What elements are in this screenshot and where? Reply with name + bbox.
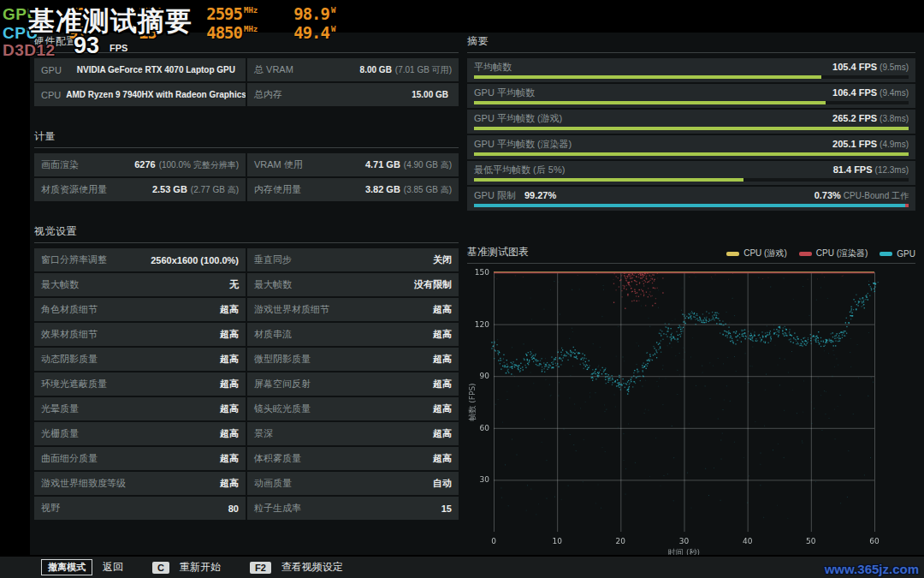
setting-value: NVIDIA GeForce RTX 4070 Laptop GPU — [77, 65, 239, 74]
summary-row-line: GPU 平均帧数 (渲染器) 205.1 FPS(4.9ms) — [474, 139, 909, 150]
watermark: www.365jz.com — [825, 562, 919, 576]
setting-value: 2.53 GB(2.77 GB 高) — [152, 184, 239, 196]
setting-value: 关闭 — [433, 253, 452, 266]
back-button[interactable]: 返回 — [103, 560, 123, 575]
setting-label: 光栅质量 — [41, 427, 79, 440]
setting-value: 3.82 GB(3.85 GB 高) — [365, 184, 452, 196]
setting-value: 超高 — [433, 353, 452, 366]
metric-row: 材质资源使用量 2.53 GB(2.77 GB 高) — [34, 178, 246, 201]
setting-value-text: 自动 — [433, 478, 452, 488]
visual-setting-row: 最大帧数 没有限制 — [247, 273, 459, 296]
visual-setting-row: 游戏世界细致度等级 超高 — [34, 472, 246, 495]
setting-label: 最大帧数 — [41, 278, 79, 291]
setting-value: 超高 — [220, 328, 239, 341]
cpu-power-value: 49.4 — [268, 23, 329, 42]
fps-bar-fill — [474, 152, 909, 156]
visual-setting-row: 光晕质量 超高 — [34, 397, 246, 420]
setting-label: 材质资源使用量 — [41, 183, 107, 196]
hud-api-label: D3D12 — [3, 41, 37, 60]
legend-label: GPU — [897, 249, 915, 259]
setting-value-text: 超高 — [433, 403, 452, 414]
setting-value: 自动 — [433, 477, 452, 490]
fps-bar-fill — [474, 101, 826, 104]
setting-label: 体积雾质量 — [254, 452, 301, 465]
setting-value: 没有限制 — [414, 278, 452, 291]
legend-item: CPU (渲染器) — [799, 247, 868, 259]
setting-value: 超高 — [220, 402, 239, 415]
chart-legend: CPU (游戏) CPU (渲染器) GPU — [726, 247, 915, 259]
fps-bar-fill — [474, 127, 909, 130]
restart-key-badge[interactable]: C — [152, 562, 169, 574]
setting-value: 2560x1600 (100.0%) — [151, 255, 239, 265]
setting-value-text: NVIDIA GeForce RTX 4070 Laptop GPU — [77, 65, 235, 74]
setting-value-text: 2560x1600 (100.0%) — [151, 255, 239, 265]
visual-setting-row: 游戏世界材质细节 超高 — [247, 298, 459, 321]
summary-label: GPU 平均帧数 (渲染器) — [474, 139, 572, 150]
setting-value: 超高 — [433, 402, 452, 415]
setting-value-text: 超高 — [220, 354, 239, 364]
summary-value: 81.4 FPS(12.3ms) — [833, 164, 909, 176]
visual-setting-row: 角色材质细节 超高 — [34, 298, 246, 321]
setting-label: 微型阴影质量 — [254, 353, 311, 366]
setting-label: 曲面细分质量 — [41, 452, 98, 465]
summary-row: GPU 平均帧数 (渲染器) 205.1 FPS(4.9ms) — [467, 135, 915, 159]
fps-counter-unit: FPS — [110, 43, 127, 53]
fps-bar-track — [474, 127, 909, 130]
visual-setting-row: 动态阴影质量 超高 — [34, 348, 246, 371]
metric-row: VRAM 使用 4.71 GB(4.90 GB 高) — [247, 153, 459, 176]
visual-setting-row: 效果材质细节 超高 — [34, 323, 246, 346]
setting-note: (7.01 GB 可用) — [395, 65, 452, 74]
setting-label: 垂直同步 — [254, 253, 292, 266]
setting-label: 动态阴影质量 — [41, 353, 98, 366]
visual-setting-row: 曲面细分质量 超高 — [34, 447, 246, 470]
setting-value: 80 — [228, 504, 239, 514]
left-column: 硬件配置 GPU NVIDIA GeForce RTX 4070 Laptop … — [34, 34, 459, 520]
setting-note: (2.77 GB 高) — [191, 185, 239, 194]
cpu-bound-label: CPU-Bound 工作 — [844, 191, 909, 200]
gpu-power-unit: W — [329, 4, 341, 15]
setting-label: 动画质量 — [254, 477, 292, 490]
gpu-bound-bar-track — [474, 204, 909, 207]
setting-label: VRAM 使用 — [254, 158, 303, 171]
hardware-row: GPU NVIDIA GeForce RTX 4070 Laptop GPU — [34, 58, 246, 81]
summary-note: (12.3ms) — [875, 165, 909, 175]
benchmark-results-screen: 硬件配置 GPU NVIDIA GeForce RTX 4070 Laptop … — [0, 0, 924, 578]
setting-label: 角色材质细节 — [41, 303, 98, 316]
visual-setting-row: 动画质量 自动 — [247, 472, 459, 495]
setting-note: (3.85 GB 高) — [404, 185, 452, 194]
chart-header: 基准测试图表 CPU (游戏) CPU (渲染器) — [467, 245, 915, 264]
benchmark-chart-section: 基准测试图表 CPU (游戏) CPU (渲染器) — [467, 245, 915, 558]
benchmark-chart-canvas — [467, 264, 915, 558]
setting-value-text: 3.82 GB — [365, 184, 400, 194]
legend-label: CPU (渲染器) — [816, 247, 868, 259]
setting-label: 景深 — [254, 427, 273, 440]
video-settings-key-badge[interactable]: F2 — [250, 562, 271, 574]
setting-value-text: 8.00 GB — [360, 65, 392, 74]
summary-section-title: 摘要 — [467, 34, 915, 53]
legend-item: GPU — [880, 249, 915, 259]
video-settings-button[interactable]: 查看视频设定 — [281, 560, 343, 575]
visual-setting-row: 微型阴影质量 超高 — [247, 348, 459, 371]
restart-button[interactable]: 重新开始 — [180, 560, 221, 575]
gpu-bound-value: 99.27% — [524, 190, 556, 201]
setting-value: 15.00 GB — [412, 90, 452, 99]
hardware-row: 总内存 15.00 GB — [247, 83, 459, 106]
setting-value-text: 超高 — [220, 428, 239, 438]
setting-value: 8.00 GB(7.01 GB 可用) — [360, 64, 452, 76]
setting-label: 视野 — [41, 502, 60, 515]
visual-setting-row: 景深 超高 — [247, 422, 459, 445]
summary-value: 205.1 FPS(4.9ms) — [832, 139, 909, 150]
setting-value-text: 超高 — [220, 378, 239, 389]
setting-value: 4.71 GB(4.90 GB 高) — [365, 159, 452, 171]
setting-value-text: 超高 — [433, 453, 452, 463]
legend-label: CPU (游戏) — [743, 247, 787, 259]
hardware-row: CPU AMD Ryzen 9 7940HX with Radeon Graph… — [34, 83, 246, 106]
summary-row-line: 最低平均帧数 (后 5%) 81.4 FPS(12.3ms) — [474, 164, 909, 176]
setting-value-text: 超高 — [220, 453, 239, 463]
metrics-section: 计量 画面渲染 6276(100.0% 完整分辨率) VRAM 使用 4.71 … — [34, 129, 459, 201]
exit-mode-key-badge[interactable]: 撤离模式 — [41, 559, 92, 575]
setting-label: 窗口分辨率调整 — [41, 253, 107, 266]
gpu-bound-line: GPU 限制 99.27% 0.73%CPU-Bound 工作 — [474, 190, 909, 201]
visual-setting-row: 视野 80 — [34, 497, 246, 520]
summary-row-line: 平均帧数 105.4 FPS(9.5ms) — [474, 62, 909, 73]
